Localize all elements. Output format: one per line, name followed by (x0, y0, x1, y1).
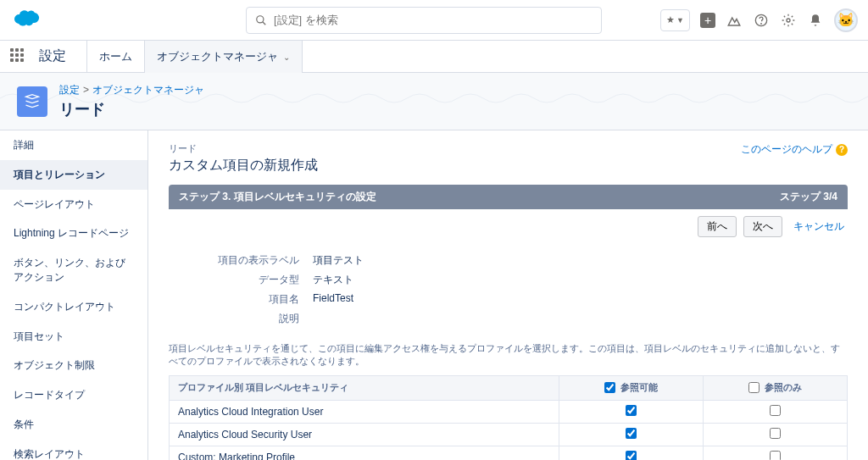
object-sidebar: 詳細項目とリレーションページレイアウトLightning レコードページボタン、… (0, 130, 148, 460)
breadcrumb-link[interactable]: オブジェクトマネージャ (92, 84, 204, 96)
sidebar-item[interactable]: ページレイアウト (0, 190, 147, 219)
sidebar-item[interactable]: コンパクトレイアウト (0, 292, 147, 322)
breadcrumb-link[interactable]: 設定 (59, 84, 80, 96)
prev-button[interactable]: 前へ (698, 216, 737, 237)
app-launcher-icon[interactable] (10, 48, 27, 65)
sidebar-item[interactable]: ボタン、リンク、およびアクション (0, 248, 147, 292)
sidebar-item[interactable]: オブジェクト制限 (0, 351, 147, 380)
header-readonly-checkbox[interactable] (748, 382, 760, 393)
object-title: リード (59, 99, 204, 119)
help-icon[interactable] (753, 12, 770, 29)
global-search[interactable] (246, 7, 602, 34)
svg-line-1 (263, 21, 266, 25)
sidebar-item[interactable]: 検索レイアウト (0, 440, 147, 460)
step-bar: ステップ 3. 項目レベルセキュリティの設定 ステップ 3/4 (169, 185, 848, 209)
field-name-val: FieldTest (313, 292, 353, 307)
sidebar-item[interactable]: 詳細 (0, 130, 147, 160)
readonly-checkbox[interactable] (770, 451, 781, 460)
favorites-button[interactable]: ★ ▼ (660, 9, 690, 31)
visible-checkbox[interactable] (626, 405, 637, 416)
trailhead-icon[interactable] (726, 12, 743, 29)
next-button[interactable]: 次へ (743, 216, 782, 237)
object-header: 設定>オブジェクトマネージャ リード (0, 73, 868, 130)
visible-checkbox[interactable] (626, 451, 637, 460)
global-header: ★ ▼ + 🐱 (0, 0, 868, 41)
fls-table: プロファイル別 項目レベルセキュリティ 参照可能 参照のみ Analytics … (169, 375, 848, 460)
cancel-link[interactable]: キャンセル (793, 220, 844, 232)
field-name-lbl: 項目名 (169, 292, 313, 307)
field-type-val: テキスト (313, 273, 353, 287)
salesforce-logo (10, 8, 42, 32)
field-label-val: 項目テスト (313, 253, 364, 268)
col-readonly: 参照のみ (704, 375, 848, 400)
search-icon (255, 14, 267, 26)
table-row: Analytics Cloud Integration User (170, 400, 848, 423)
header-actions: ★ ▼ + 🐱 (660, 8, 858, 32)
nav-bar: 設定 ホーム オブジェクトマネージャ⌄ (0, 41, 868, 73)
profile-name: Analytics Cloud Security User (170, 423, 559, 446)
header-visible-checkbox[interactable] (604, 382, 615, 393)
sidebar-item[interactable]: 項目とリレーション (0, 160, 147, 190)
content-area: このページのヘルプ ? リード カスタム項目の新規作成 ステップ 3. 項目レベ… (148, 130, 868, 460)
visible-checkbox[interactable] (626, 428, 637, 439)
app-title: 設定 (39, 47, 66, 65)
col-profile: プロファイル別 項目レベルセキュリティ (170, 375, 559, 400)
sidebar-item[interactable]: レコードタイプ (0, 380, 147, 410)
button-row: 前へ 次へ キャンセル (169, 209, 848, 244)
step-counter: ステップ 3/4 (780, 190, 837, 204)
tab-object-manager[interactable]: オブジェクトマネージャ⌄ (145, 41, 303, 73)
col-visible: 参照可能 (559, 375, 704, 400)
field-type-lbl: データ型 (169, 273, 313, 287)
add-icon[interactable]: + (700, 13, 715, 28)
profile-name: Custom: Marketing Profile (170, 446, 559, 460)
breadcrumb: 設定>オブジェクトマネージャ (59, 83, 204, 97)
profile-name: Analytics Cloud Integration User (170, 400, 559, 423)
sidebar-item[interactable]: Lightning レコードページ (0, 219, 147, 248)
sidebar-item[interactable]: 項目セット (0, 322, 147, 352)
page-title: カスタム項目の新規作成 (169, 157, 848, 175)
field-label-lbl: 項目の表示ラベル (169, 253, 313, 268)
step-title: ステップ 3. 項目レベルセキュリティの設定 (179, 190, 376, 204)
table-row: Analytics Cloud Security User (170, 423, 848, 446)
svg-point-3 (761, 23, 762, 24)
field-desc-lbl: 説明 (169, 312, 313, 326)
help-question-icon: ? (836, 144, 848, 156)
notifications-icon[interactable] (807, 12, 824, 29)
setup-icon[interactable] (780, 12, 797, 29)
sidebar-item[interactable]: 条件 (0, 410, 147, 440)
tab-home[interactable]: ホーム (86, 41, 145, 73)
readonly-checkbox[interactable] (770, 405, 781, 416)
svg-point-4 (787, 19, 790, 22)
page-help-link[interactable]: このページのヘルプ ? (741, 142, 848, 157)
object-icon (17, 86, 47, 117)
user-avatar[interactable]: 🐱 (834, 8, 858, 32)
fls-description: 項目レベルセキュリティを通じて、この項目に編集アクセス権を与えるプロファイルを選… (169, 342, 848, 369)
table-row: Custom: Marketing Profile (170, 446, 848, 460)
svg-point-0 (257, 15, 264, 22)
search-input[interactable] (274, 14, 593, 26)
field-info: 項目の表示ラベル項目テスト データ型テキスト 項目名FieldTest 説明 (169, 251, 848, 329)
chevron-down-icon: ⌄ (283, 53, 290, 62)
readonly-checkbox[interactable] (770, 428, 781, 439)
